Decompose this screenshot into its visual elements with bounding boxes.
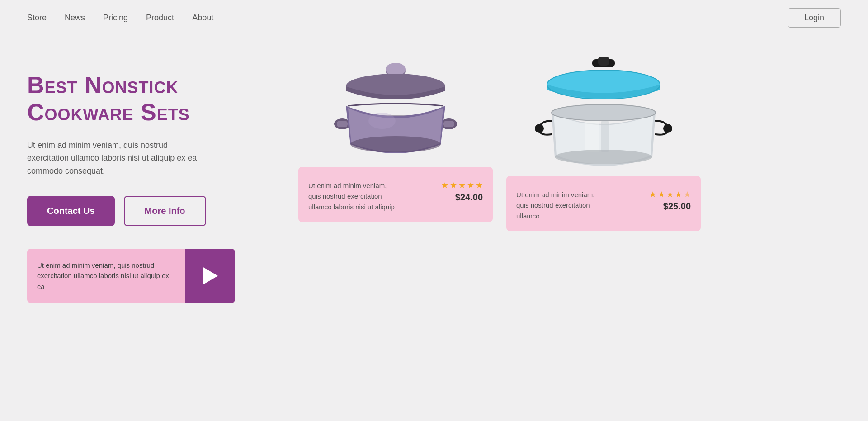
svg-rect-6 (337, 121, 348, 127)
svg-rect-7 (443, 121, 454, 127)
nav-news[interactable]: News (65, 13, 85, 22)
svg-point-18 (555, 150, 652, 164)
star-5: ★ (476, 180, 483, 190)
svg-rect-14 (585, 121, 599, 152)
nav-product[interactable]: Product (146, 13, 174, 22)
video-description: Ut enim ad minim veniam, quis nostrud ex… (27, 251, 185, 301)
svg-point-9 (350, 136, 441, 152)
product-2-stars: ★ ★ ★ ★ ★ (649, 189, 691, 199)
product-card-1-info: Ut enim ad minim veniam, quis nostrud ex… (308, 180, 483, 212)
nav-links: Store News Pricing Product About (27, 13, 213, 23)
svg-point-1 (386, 63, 406, 76)
hero-description: Ut enim ad minim veniam, quis nostrud ex… (27, 139, 199, 178)
product-card-2: Ut enim ad minim veniam, quis nostrud ex… (506, 54, 701, 231)
product-2-price: $25.00 (663, 201, 691, 212)
hero-title: Best NonstickCookware Sets (27, 72, 271, 126)
product-image-2 (506, 54, 701, 180)
star-3: ★ (458, 180, 466, 190)
login-button[interactable]: Login (788, 8, 841, 28)
steel-pot-svg (527, 54, 680, 180)
contact-us-button[interactable]: Contact Us (27, 196, 115, 226)
svg-point-17 (663, 124, 672, 133)
video-banner: Ut enim ad minim veniam, quis nostrud ex… (27, 249, 235, 303)
star-4: ★ (675, 189, 682, 199)
nav-store[interactable]: Store (27, 13, 47, 22)
star-2: ★ (450, 180, 457, 190)
play-icon (203, 267, 218, 285)
product-1-rating: ★ ★ ★ ★ ★ $24.00 (441, 180, 483, 203)
more-info-button[interactable]: More Info (124, 196, 206, 226)
star-3: ★ (666, 189, 674, 199)
star-4: ★ (467, 180, 474, 190)
product-card-1-bg: Ut enim ad minim veniam, quis nostrud ex… (298, 167, 493, 222)
svg-rect-11 (598, 57, 609, 66)
star-2: ★ (658, 189, 665, 199)
product-card-2-info: Ut enim ad minim veniam, quis nostrud ex… (516, 189, 691, 221)
product-card-1: Ut enim ad minim veniam, quis nostrud ex… (298, 54, 493, 222)
product-2-rating: ★ ★ ★ ★ ★ $25.00 (649, 189, 691, 212)
product-card-2-bg: Ut enim ad minim veniam, quis nostrud ex… (506, 176, 701, 231)
star-1: ★ (649, 189, 656, 199)
product-1-description: Ut enim ad minim veniam, quis nostrud ex… (308, 180, 399, 212)
nav-about[interactable]: About (192, 13, 213, 22)
star-1: ★ (441, 180, 448, 190)
product-1-stars: ★ ★ ★ ★ ★ (441, 180, 483, 190)
svg-point-8 (368, 113, 396, 129)
star-5-half: ★ (684, 189, 691, 199)
products-section: Ut enim ad minim veniam, quis nostrud ex… (271, 54, 841, 407)
play-button[interactable] (185, 249, 235, 303)
product-1-price: $24.00 (455, 192, 483, 203)
navbar: Store News Pricing Product About Login (0, 0, 868, 36)
hero-section: Best NonstickCookware Sets Ut enim ad mi… (0, 36, 868, 407)
svg-point-16 (535, 124, 544, 133)
cta-buttons: Contact Us More Info (27, 196, 271, 226)
purple-pot-svg (323, 54, 468, 171)
hero-left: Best NonstickCookware Sets Ut enim ad mi… (27, 54, 271, 407)
product-image-1 (298, 54, 493, 171)
nav-pricing[interactable]: Pricing (103, 13, 128, 22)
svg-rect-15 (601, 121, 609, 152)
product-2-description: Ut enim ad minim veniam, quis nostrud ex… (516, 189, 607, 221)
